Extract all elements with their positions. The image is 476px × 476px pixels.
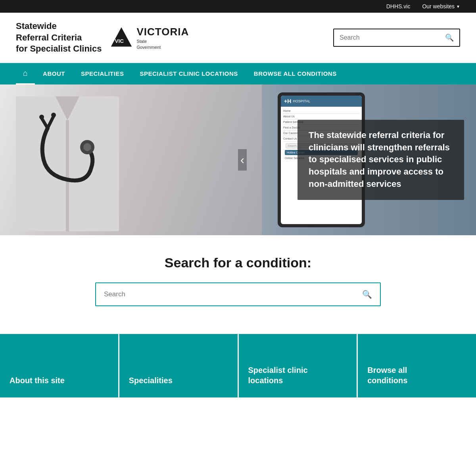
svg-point-9 [39, 115, 44, 119]
svg-point-6 [83, 143, 91, 151]
victoria-logo: VIC VICTORIA StateGovernment [109, 25, 189, 50]
header: Statewide Referral Criteria for Speciali… [0, 13, 476, 63]
hero-doctor-image [0, 84, 262, 235]
stethoscope-icon [16, 96, 119, 231]
cards-section: About this site Specialities Specialist … [0, 334, 476, 397]
nav-specialities[interactable]: SPECIALITIES [73, 64, 132, 83]
condition-search-button[interactable]: 🔍 [354, 283, 380, 305]
main-nav: ⌂ ABOUT SPECIALITIES SPECIALIST CLINIC L… [0, 63, 476, 84]
card-specialities-title: Specialities [129, 375, 228, 386]
card-about-title: About this site [10, 375, 109, 386]
hero-banner: +H HOSPITAL Home About Us Patient Servic… [0, 84, 476, 235]
hero-text-overlay: The statewide referral criteria for clin… [298, 120, 464, 200]
card-browse-conditions[interactable]: Browse allconditions [358, 334, 476, 397]
card-browse-conditions-title: Browse allconditions [367, 365, 466, 386]
site-title: Statewide Referral Criteria for Speciali… [16, 21, 102, 55]
hero-prev-arrow[interactable]: ‹ [238, 149, 247, 171]
victoria-triangle-icon: VIC [109, 26, 133, 50]
tablet-nav-about: About Us [283, 114, 359, 119]
our-websites-menu[interactable]: Our websites [422, 3, 460, 10]
header-search-button[interactable]: 🔍 [440, 29, 459, 46]
card-clinic-locations-title: Specialist cliniclocations [248, 365, 347, 386]
top-bar: DHHS.vic Our websites [0, 0, 476, 13]
victoria-subtitle: StateGovernment [136, 38, 189, 50]
condition-search-box: 🔍 [95, 282, 381, 306]
hero-quote: The statewide referral criteria for clin… [309, 129, 453, 190]
header-left: Statewide Referral Criteria for Speciali… [16, 21, 189, 55]
search-heading: Search for a condition: [16, 255, 460, 271]
nav-browse-all-conditions[interactable]: BROWSE ALL CONDITIONS [246, 64, 345, 83]
card-clinic-locations[interactable]: Specialist cliniclocations [239, 334, 358, 397]
condition-search-section: Search for a condition: 🔍 [0, 235, 476, 326]
header-search-box: 🔍 [333, 29, 460, 47]
hospital-label: HOSPITAL [293, 99, 310, 103]
tablet-nav-home: Home [283, 108, 359, 114]
card-about[interactable]: About this site [0, 334, 119, 397]
nav-home-icon[interactable]: ⌂ [16, 63, 35, 84]
nav-about[interactable]: ABOUT [35, 64, 73, 83]
condition-search-input[interactable] [96, 284, 354, 305]
header-search-input[interactable] [334, 30, 440, 45]
svg-text:VIC: VIC [115, 38, 124, 44]
hospital-cross-icon: +H [284, 98, 291, 104]
card-specialities[interactable]: Specialities [119, 334, 239, 397]
dhhs-link[interactable]: DHHS.vic [386, 3, 411, 10]
tablet-header: +H HOSPITAL [281, 96, 362, 107]
svg-point-10 [51, 113, 56, 117]
nav-specialist-clinic-locations[interactable]: SPECIALIST CLINIC LOCATIONS [132, 64, 246, 83]
